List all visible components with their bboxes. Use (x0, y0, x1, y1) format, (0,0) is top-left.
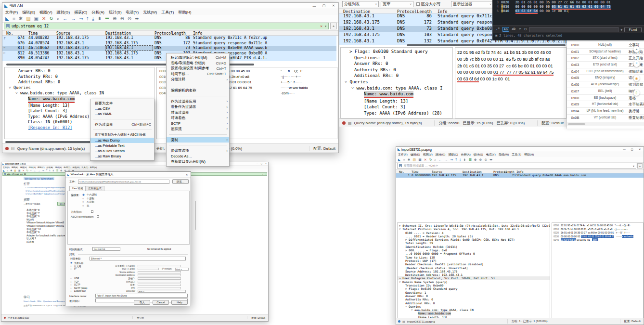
capture-interface-item[interactable]: 本地连接* 9 (26, 231, 65, 234)
submenu-item[interactable]: ...as CSV (90, 106, 154, 111)
radio-icon[interactable]: ◉ (82, 194, 85, 196)
go-to-packet-icon[interactable]: ⇒ (42, 169, 44, 172)
detail-line[interactable]: 0100 .... = Version: 4 (398, 231, 550, 234)
menu-item[interactable]: 统计(S) (55, 166, 62, 169)
context-menu-item[interactable]: Decode As… (167, 154, 229, 159)
go-top-icon[interactable]: ⤒ (87, 16, 89, 22)
open-file-icon[interactable]: ▨ (413, 158, 416, 162)
ascii-id-checkbox[interactable] (97, 215, 99, 218)
detail-line[interactable]: > Flags: 0x0100 Standard query (398, 287, 550, 290)
context-menu-item[interactable]: 时间平移… Ctrl+Shift+T (167, 71, 229, 77)
capture-interface-item[interactable]: 本地连接* 10 (26, 228, 65, 231)
hex-line[interactable]: 0010 00 3b 7c bb 00 00 80 11 e5 f5 c0 a8… (554, 228, 643, 232)
horizontal-scrollbar-thumb[interactable] (568, 123, 585, 125)
encapsulation-option-row[interactable]: ○ SCTP (Data) PPI: (65, 287, 191, 290)
detail-line[interactable]: Total Length: 59 (398, 241, 550, 245)
capture-options-icon[interactable]: ✱ (408, 158, 411, 162)
zoom-in-icon[interactable]: ⊕ (60, 169, 62, 172)
menu-item[interactable]: 视图(V) (20, 166, 27, 169)
capture-interface-item[interactable]: 本地连接* 7 (26, 212, 65, 215)
encapsulation-option-row[interactable]: ○ IP 协议 (十进制): IP version: IPv4 ˅ (65, 268, 191, 271)
submenu-item[interactable]: 作为过滤器 Ctrl+Shift+C (90, 122, 154, 127)
close-capture-icon[interactable]: ✕ (424, 158, 427, 162)
detail-line[interactable]: > 000. .... = Flags: 0x0 (398, 248, 550, 252)
hex-line[interactable]: 22 01 95 e2 fb f2 74 4c a1 b6 51 3b 08 0… (457, 50, 566, 56)
whole-word-icon[interactable]: ab (511, 27, 516, 32)
detail-line[interactable]: Authority RRs: 0 (398, 298, 550, 301)
detail-line[interactable]: ...0 0000 0000 0000 = Fragment Offset: 0 (398, 252, 550, 255)
encapsulation-option-row[interactable]: ○ SCTP 标签: (65, 284, 191, 287)
context-menu-item[interactable] (167, 82, 229, 88)
packet-row[interactable]: ┌ 674 44.040282 192.168.43.175 192.168.4… (2, 36, 336, 41)
detail-line[interactable]: Answer RRs: 0 (341, 61, 452, 67)
save-file-icon[interactable]: ▣ (34, 16, 39, 21)
find-dropdown-icon[interactable]: ▼ (620, 28, 622, 31)
menu-item[interactable]: 文件(F) (398, 153, 408, 157)
value-input[interactable] (138, 284, 181, 286)
encapsulation-option-row[interactable]: ○ TCP 目的端口: (65, 281, 191, 284)
value-combo[interactable]: IPv4 ˅ (175, 268, 189, 271)
encapsulation-option-row[interactable]: ○ UDP 源端口: (65, 277, 191, 281)
encapsulation-option-row[interactable]: Destination address: (65, 274, 191, 277)
go-bottom-icon[interactable]: ⤓ (459, 158, 461, 162)
detail-line[interactable]: Header Checksum: 0xe5f5 [validation disa… (398, 262, 550, 266)
dialog-button[interactable]: Cancel (153, 300, 169, 305)
status-profile[interactable]: 配置: Default (537, 120, 564, 126)
colorize-icon[interactable]: ☰ (56, 169, 58, 172)
encapsulation-option-row[interactable]: ○ 以太网 以太类型 (十六进制): (65, 265, 191, 268)
save-file-icon[interactable]: ▣ (18, 169, 21, 172)
context-menu-item[interactable]: 分组注释 › (167, 77, 229, 82)
detail-line[interactable]: ˅ Queries (398, 305, 550, 308)
radio-icon[interactable]: ○ (70, 290, 72, 292)
timestamp-format-input[interactable]: %H:%M:%S (92, 247, 120, 251)
detail-line[interactable]: ˅ aaa.baidu.com: type AAAA, class IN (398, 308, 550, 312)
context-menu-item[interactable]: 标记/取消标记 分组(M) Ctrl+M (167, 55, 229, 60)
hex-line[interactable]: 0040 03 63 6f 6d 00 00 1c 00 01 ·com····… (554, 238, 643, 242)
go-back-icon[interactable]: ← (34, 169, 36, 172)
capture-options-icon[interactable]: ✱ (19, 16, 23, 21)
detail-line[interactable]: Authority RRs: 0 (341, 67, 452, 73)
menu-item[interactable]: 视图(V) (423, 153, 433, 157)
checkbox-icon[interactable] (416, 2, 420, 6)
go-top-icon[interactable]: ⤒ (455, 158, 457, 162)
zoom-in-icon[interactable]: ⊕ (474, 158, 477, 162)
auto-scroll-icon[interactable]: ⇟ (52, 169, 54, 172)
editor-line[interactable]: 3 0020 2b 01 c6 01 00 35 00 27 cc 66 be … (492, 0, 644, 5)
menu-item[interactable]: 捕获(C) (74, 10, 87, 15)
capture-interface-item[interactable]: 本地连接* 6 (26, 215, 65, 218)
detail-line[interactable]: ˅ Internet Protocol Version 4, Src: 192.… (398, 227, 550, 231)
wrap-search-icon[interactable]: ↩ (518, 27, 522, 32)
close-capture-icon[interactable]: ✕ (42, 16, 46, 21)
hex-line[interactable]: 00 00 00 00 00 00 03 77 77 77 05 62 61 6… (457, 69, 566, 76)
reload-icon[interactable]: ↻ (49, 16, 53, 21)
detail-line[interactable]: Identification: 0x7cbb (31931) (398, 245, 550, 248)
menu-item[interactable]: 工具(T) (161, 10, 174, 15)
context-menu-item[interactable] (167, 93, 229, 99)
menu-item[interactable]: 分析(A) (91, 10, 104, 15)
maximize-button[interactable]: ▢ (319, 4, 329, 8)
resize-columns-icon[interactable]: ⬌ (489, 158, 492, 162)
headset-float-icon[interactable]: ◓ (633, 46, 640, 52)
hex-line[interactable]: 03 63 6f 6d 00 00 1c 00 01 (457, 76, 566, 83)
detail-line[interactable]: Time to Live: 128 (398, 256, 550, 259)
detail-line[interactable]: > Ethernet II, Src: LiteonTe_b6:51:3b (7… (398, 224, 550, 227)
detail-line[interactable]: [Label Count: 3] (341, 104, 452, 110)
menu-item[interactable]: 视图(V) (39, 10, 52, 15)
go-to-packet-icon[interactable]: ⇒ (79, 16, 83, 21)
menu-item[interactable]: 跳转(G) (57, 10, 70, 15)
value-input[interactable] (138, 281, 181, 283)
submenu-item[interactable]: ...as Printable Text (90, 143, 154, 148)
menu-item[interactable]: 编辑(E) (22, 10, 35, 15)
encapsulation-type-combo[interactable]: Ethernet ˅ (90, 257, 186, 260)
context-menu-item[interactable]: SCTP › (167, 121, 229, 126)
packet-row[interactable]: → 811 46.510662 192.168.43.175 192.168.4… (2, 46, 336, 51)
packet-row[interactable]: 676 44.070574 192.168.43.1 192.168.43.17… (2, 41, 336, 46)
context-menu-item[interactable]: 协议首选项 › (167, 148, 229, 154)
go-forward-icon[interactable]: → (71, 16, 76, 21)
filter-bookmark-icon[interactable] (4, 173, 6, 175)
stop-capture-icon[interactable]: ■ (13, 16, 15, 21)
menu-item[interactable]: 电话(Y) (64, 166, 70, 169)
submenu-item[interactable]: ...as YAML (90, 111, 154, 117)
close-button[interactable]: ✕ (636, 148, 644, 151)
detail-line[interactable]: ˅ Queries (5, 85, 154, 91)
